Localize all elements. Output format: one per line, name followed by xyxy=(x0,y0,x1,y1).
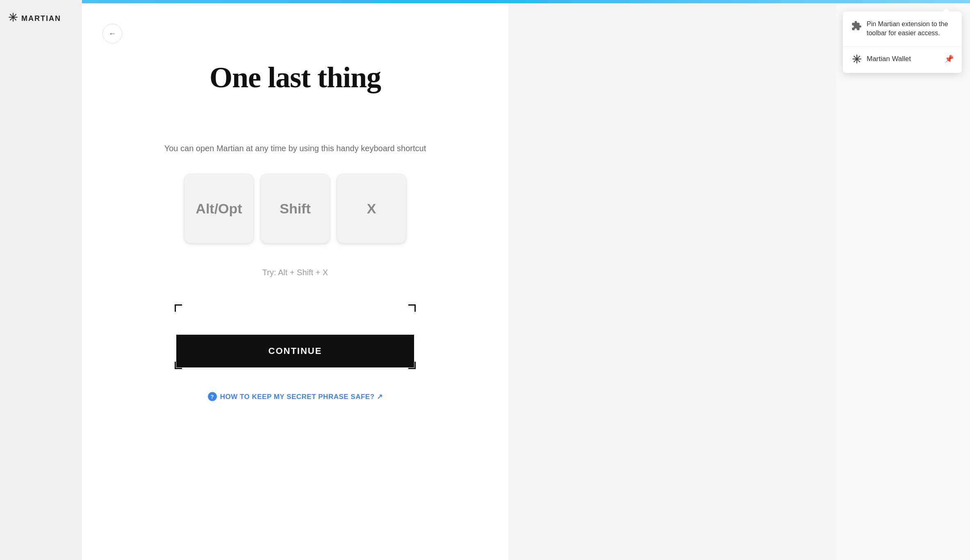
martian-logo-icon xyxy=(8,12,18,25)
extension-logo xyxy=(851,53,863,65)
puzzle-icon xyxy=(851,20,862,34)
page-subtitle: You can open Martian at any time by usin… xyxy=(164,144,426,153)
main-content: ← One last thing You can open Martian at… xyxy=(82,3,508,560)
continue-button[interactable]: CONTINUE xyxy=(176,335,414,367)
extension-name: Martian Wallet xyxy=(867,55,911,63)
bottom-link-text: HOW TO KEEP MY SECRET PHRASE SAFE? ↗ xyxy=(220,392,383,401)
extension-item-left: Martian Wallet xyxy=(851,53,911,65)
continue-button-wrapper[interactable]: CONTINUE xyxy=(176,306,414,367)
key-alt-opt: Alt/Opt xyxy=(184,174,254,243)
pin-icon: 📌 xyxy=(945,54,954,63)
secret-phrase-link[interactable]: ? HOW TO KEEP MY SECRET PHRASE SAFE? ↗ xyxy=(208,392,383,401)
tooltip-header: Pin Martian extension to the toolbar for… xyxy=(851,20,954,38)
martian-logo: MARTIAN xyxy=(8,12,61,25)
tooltip-pointer xyxy=(943,8,950,11)
back-button[interactable]: ← xyxy=(102,24,122,43)
browser-top-bar xyxy=(0,0,970,3)
extension-item: Martian Wallet 📌 xyxy=(851,47,954,65)
right-panel: Pin Martian extension to the toolbar for… xyxy=(836,3,970,560)
tooltip-message: Pin Martian extension to the toolbar for… xyxy=(867,20,954,38)
extension-tooltip: Pin Martian extension to the toolbar for… xyxy=(843,11,962,73)
key-x: X xyxy=(337,174,406,243)
keyboard-shortcut-display: Alt/Opt Shift X xyxy=(184,174,406,243)
left-sidebar: MARTIAN xyxy=(0,0,82,560)
bracket-top-left xyxy=(175,304,182,312)
key-shift: Shift xyxy=(260,174,330,243)
try-hint: Try: Alt + Shift + X xyxy=(262,268,328,277)
back-arrow-icon: ← xyxy=(109,29,116,38)
martian-logo-text: MARTIAN xyxy=(21,14,61,23)
page-heading: One last thing xyxy=(82,61,508,95)
bracket-top-right xyxy=(408,304,416,312)
question-circle-icon: ? xyxy=(208,392,217,401)
page-title: One last thing xyxy=(82,61,508,95)
